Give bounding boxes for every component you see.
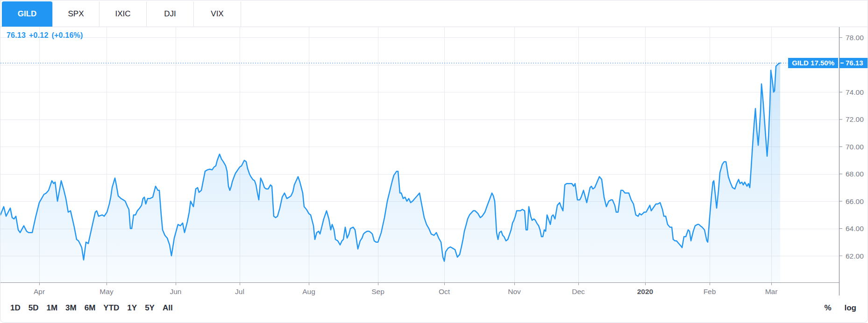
quote-price: 76.13 bbox=[7, 31, 26, 39]
svg-text:74.00: 74.00 bbox=[846, 88, 864, 96]
svg-text:Apr: Apr bbox=[34, 288, 45, 295]
svg-text:Dec: Dec bbox=[572, 288, 585, 295]
stock-chart-widget: GILDSPXIXICDJIVIX 76.13+0.12(+0.16%) Apr… bbox=[0, 0, 868, 323]
svg-text:72.00: 72.00 bbox=[846, 115, 864, 123]
tab-dji[interactable]: DJI bbox=[147, 1, 194, 27]
range-button-1y[interactable]: 1Y bbox=[127, 303, 137, 313]
svg-text:70.00: 70.00 bbox=[846, 143, 864, 151]
chart-plot-area[interactable] bbox=[0, 27, 839, 282]
bottom-toolbar: 1D5D1M3M6MYTD1Y5YAll %log bbox=[0, 299, 868, 317]
price-chart: AprMayJunJulAugSepOctNovDec2020FebMar 78… bbox=[0, 0, 868, 323]
svg-text:2020: 2020 bbox=[637, 288, 653, 295]
range-button-3m[interactable]: 3M bbox=[65, 303, 77, 313]
tab-vix[interactable]: VIX bbox=[194, 1, 241, 27]
quote-change: +0.12 bbox=[29, 31, 48, 39]
svg-text:Nov: Nov bbox=[508, 288, 521, 295]
last-price-flag: GILD 17.50% bbox=[788, 58, 838, 68]
tab-gild[interactable]: GILD bbox=[2, 1, 52, 27]
quote-change-percent: (+0.16%) bbox=[52, 31, 83, 39]
svg-text:Aug: Aug bbox=[302, 288, 315, 295]
symbol-tab-bar: GILDSPXIXICDJIVIX bbox=[0, 0, 868, 27]
svg-text:62.00: 62.00 bbox=[846, 252, 864, 260]
range-button-5y[interactable]: 5Y bbox=[145, 303, 155, 313]
range-button-1d[interactable]: 1D bbox=[10, 303, 21, 313]
quote-line: 76.13+0.12(+0.16%) bbox=[7, 31, 86, 40]
svg-text:May: May bbox=[100, 288, 114, 295]
svg-text:Sep: Sep bbox=[371, 288, 384, 295]
svg-text:Jun: Jun bbox=[170, 288, 182, 295]
svg-text:Feb: Feb bbox=[704, 288, 716, 295]
svg-text:64.00: 64.00 bbox=[846, 225, 864, 232]
svg-text:Mar: Mar bbox=[765, 288, 778, 295]
svg-text:Jul: Jul bbox=[235, 288, 244, 295]
svg-text:66.00: 66.00 bbox=[846, 197, 864, 205]
svg-text:68.00: 68.00 bbox=[846, 170, 864, 178]
scale-toggle-group: %log bbox=[824, 303, 856, 313]
svg-text:Oct: Oct bbox=[439, 288, 450, 295]
svg-text:78.00: 78.00 bbox=[846, 34, 864, 42]
log-scale-button[interactable]: log bbox=[845, 303, 857, 313]
tab-spx[interactable]: SPX bbox=[52, 1, 100, 27]
range-button-6m[interactable]: 6M bbox=[85, 303, 96, 313]
date-range-group: 1D5D1M3M6MYTD1Y5YAll bbox=[10, 303, 173, 313]
percent-scale-button[interactable]: % bbox=[824, 303, 831, 313]
x-axis: AprMayJunJulAugSepOctNovDec2020FebMar bbox=[0, 282, 840, 295]
tab-ixic[interactable]: IXIC bbox=[100, 1, 147, 27]
range-button-all[interactable]: All bbox=[163, 303, 173, 313]
range-button-ytd[interactable]: YTD bbox=[103, 303, 119, 313]
range-button-1m[interactable]: 1M bbox=[46, 303, 57, 313]
range-button-5d[interactable]: 5D bbox=[28, 303, 39, 313]
last-price-axis-label: 76.13 bbox=[840, 58, 868, 68]
